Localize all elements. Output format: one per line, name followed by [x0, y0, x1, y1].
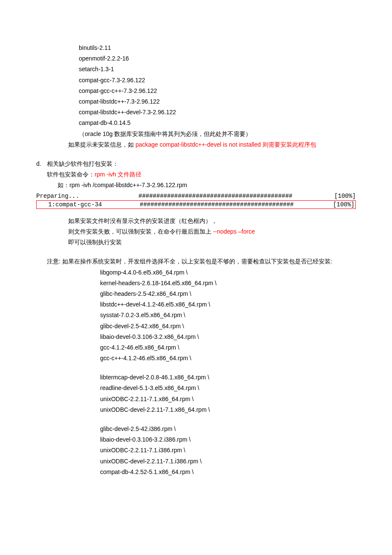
- list-item: compat-libstdc++-7.3-2.96.122: [79, 96, 356, 107]
- terminal-row-highlighted: 1:compat-gcc-34 ########################…: [36, 200, 356, 209]
- list-item: binutils-2.11: [79, 43, 356, 53]
- list-item: sysstat-7.0.2-3.el5.x86_64.rpm \: [100, 310, 356, 321]
- term-percent: [100%]: [329, 201, 355, 208]
- list-item: libaio-devel-0.3.106-3.2.x86_64.rpm \: [100, 332, 356, 342]
- list-item: unixODBC-2.2.11-7.1.i386.rpm \: [100, 445, 356, 456]
- term-label: Preparing...: [36, 192, 138, 200]
- list-item: glibc-headers-2.5-42.x86_64.rpm \: [100, 289, 356, 299]
- hint-line: 如果提示未安装信息，如 package compat-libstdc++-dev…: [36, 139, 356, 150]
- list-item: compat-gcc-7.3-2.96.122: [79, 75, 356, 86]
- post-line-2a: 则文件安装失败，可以强制安装，在命令行最后面加上: [68, 228, 213, 235]
- terminal-row-preparing: Preparing... ###########################…: [36, 192, 356, 200]
- list-item: unixODBC-2.2.11-7.1.x86_64.rpm \: [100, 394, 356, 405]
- list-item: compat-libstdc++-devel-7.3-2.96.122: [79, 107, 356, 118]
- package-group-3: glibc-devel-2.5-42.i386.rpm \ libaio-dev…: [36, 424, 356, 477]
- cmd-red: rpm -ivh 文件路径: [95, 171, 141, 178]
- terminal-output: Preparing... ###########################…: [36, 192, 356, 208]
- notice-text: 注意: 如果在操作系统安装时，开发组件选择不全，以上安装包是不够的，需要检查以下…: [36, 256, 356, 267]
- section-d-title: 相关缺少软件包打包安装：: [47, 159, 356, 169]
- post-line-3: 即可以强制执行安装: [68, 237, 356, 248]
- list-item: readline-devel-5.1-3.el5.x86_64.rpm \: [100, 383, 356, 393]
- term-progress-bar: ########################################…: [140, 201, 329, 208]
- term-label: 1:compat-gcc-34: [37, 201, 140, 208]
- list-item: unixODBC-devel-2.2.11-7.1.x86_64.rpm \: [100, 405, 356, 415]
- package-group-2: libtermcap-devel-2.0.8-46.1.x86_64.rpm \…: [36, 372, 356, 415]
- list-item: gcc-4.1.2-46.el5.x86_64.rpm \: [100, 342, 356, 353]
- package-group-1: libgomp-4.4.0-6.el5.x86_64.rpm \ kernel-…: [36, 267, 356, 364]
- list-item: kernel-headers-2.6.18-164.el5.x86_64.rpm…: [100, 278, 356, 289]
- cmd-label: 软件包安装命令：: [47, 171, 95, 178]
- list-item: compat-gcc-c++-7.3-2.96.122: [79, 86, 356, 96]
- oracle-note: （oracle 10g 数据库安装指南中将其列为必须，但此处并不需要）: [79, 129, 356, 139]
- list-item: libgomp-4.4.0-6.el5.x86_64.rpm \: [100, 267, 356, 278]
- package-list-top: binutils-2.11 openmotif-2.2.2-16 setarch…: [36, 43, 356, 139]
- hint-red: package compat-libstdc++-devel is not in…: [135, 141, 316, 148]
- hint-prefix: 如果提示未安装信息，如: [68, 141, 135, 148]
- list-item: setarch-1.3-1: [79, 64, 356, 75]
- post-terminal-block: 如果安装文件时没有显示文件的安装进度（红色框内）， 则文件安装失败，可以强制安装…: [36, 216, 356, 248]
- list-item: libaio-devel-0.3.106-3.2.i386.rpm \: [100, 434, 356, 445]
- post-line-1: 如果安装文件时没有显示文件的安装进度（红色框内），: [68, 216, 356, 226]
- list-item: unixODBC-devel-2.2.11-7.1.i386.rpm \: [100, 456, 356, 467]
- cmd-line: 软件包安装命令：rpm -ivh 文件路径: [47, 169, 356, 180]
- list-item: campat-db-4.0.14.5: [79, 118, 356, 128]
- list-item: glibc-devel-2.5-42.i386.rpm \: [100, 424, 356, 434]
- list-item: compat-db-4.2.52-5.1.x86_64.rpm \: [100, 467, 356, 477]
- section-d: d. 相关缺少软件包打包安装： 软件包安装命令：rpm -ivh 文件路径 如：…: [36, 159, 356, 191]
- post-line-2-red: --nodeps –force: [213, 228, 255, 235]
- list-item: libstdc++-devel-4.1.2-46.el5.x86_64.rpm …: [100, 299, 356, 310]
- list-item: openmotif-2.2.2-16: [79, 53, 356, 64]
- term-percent: [100%]: [330, 192, 356, 200]
- list-item: libtermcap-devel-2.0.8-46.1.x86_64.rpm \: [100, 372, 356, 383]
- term-progress-bar: ########################################…: [138, 192, 330, 200]
- post-line-2: 则文件安装失败，可以强制安装，在命令行最后面加上 --nodeps –force: [68, 226, 356, 237]
- cmd-example: 如：rpm -ivh /compat-libstdc++-7.3-2.96.12…: [47, 180, 356, 191]
- list-marker-d: d.: [36, 159, 47, 191]
- list-item: gcc-c++-4.1.2-46.el5.x86_64.rpm \: [100, 353, 356, 364]
- list-item: glibc-devel-2.5-42.x86_64.rpm \: [100, 321, 356, 332]
